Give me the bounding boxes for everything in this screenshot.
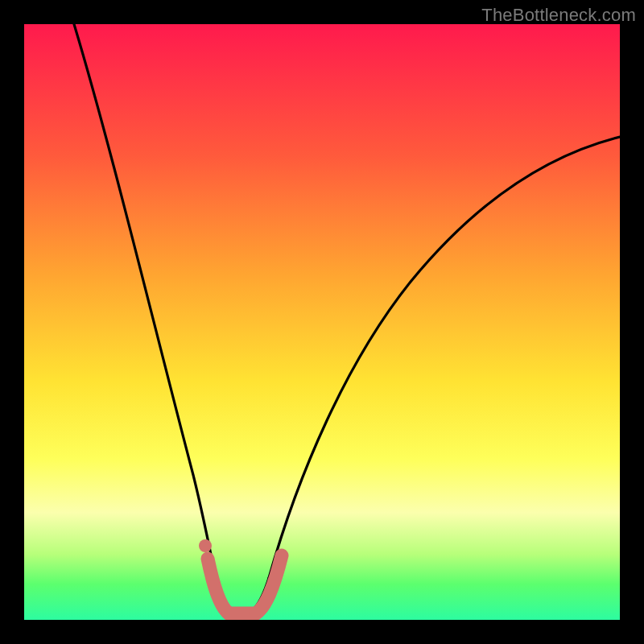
watermark-text: TheBottleneck.com xyxy=(481,5,636,26)
plot-area xyxy=(24,24,620,620)
chart-frame: TheBottleneck.com xyxy=(0,0,644,644)
curve-svg xyxy=(24,24,620,620)
highlight-band-right xyxy=(256,555,282,613)
bottleneck-curve-left xyxy=(74,24,216,578)
highlight-band-left xyxy=(208,559,229,613)
bottleneck-curve-right xyxy=(269,137,620,578)
highlight-start-dot xyxy=(199,539,212,552)
